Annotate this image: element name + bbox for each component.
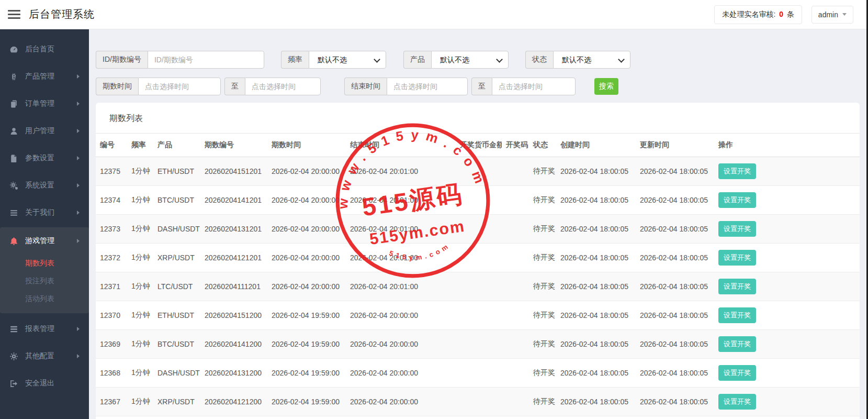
end-time-end-group: 至 xyxy=(471,78,576,95)
table-cell: 2026-02-04 18:00:05 xyxy=(556,157,636,186)
sidebar-item-other[interactable]: 其他配置 xyxy=(0,343,89,370)
topbar: 后台管理系统 未处理实名审核: 0 条 admin xyxy=(0,0,868,29)
table-cell: 2026-02-04 20:00:00 xyxy=(346,388,456,416)
table-cell: 2026-02-04 18:00:05 xyxy=(636,388,714,416)
table-cell: ETH/USDT xyxy=(153,301,200,330)
search-button[interactable]: 搜索 xyxy=(594,78,618,95)
set-lottery-button[interactable]: 设置开奖 xyxy=(718,221,756,237)
chevron-right-icon xyxy=(77,354,80,358)
table-row: 123751分钟ETH/USDT202602041512012026-02-04… xyxy=(96,157,860,186)
end-time-label: 结束时间 xyxy=(344,78,387,95)
table-cell: 1分钟 xyxy=(127,157,153,186)
product-select[interactable]: 默认不选 xyxy=(431,51,509,69)
chevron-right-icon xyxy=(77,211,80,215)
chevron-down-icon xyxy=(842,13,847,16)
table-row: 123661分钟LTC/USDT202602041112002026-02-04… xyxy=(96,416,860,419)
filter-row-2: 期数时间 至 结束时间 至 搜索 xyxy=(96,78,860,95)
sidebar-item-params[interactable]: 参数设置 xyxy=(0,145,89,172)
set-lottery-button[interactable]: 设置开奖 xyxy=(718,307,756,323)
table-cell: 2026-02-04 18:00:05 xyxy=(556,244,636,272)
table-cell: 2026-02-04 18:00:05 xyxy=(556,359,636,388)
set-lottery-button[interactable]: 设置开奖 xyxy=(718,365,756,381)
sidebar-item-users[interactable]: 用户管理 xyxy=(0,117,89,145)
set-lottery-button[interactable]: 设置开奖 xyxy=(718,336,756,352)
table-cell: 20260204121201 xyxy=(200,244,267,272)
pending-review-label: 未处理实名审核: xyxy=(722,10,775,18)
sidebar-item-games[interactable]: 游戏管理 xyxy=(0,227,89,255)
table-cell: 12370 xyxy=(96,301,127,330)
set-lottery-button[interactable]: 设置开奖 xyxy=(718,394,756,410)
table-cell: 2026-02-04 18:00:05 xyxy=(636,186,714,215)
menu-icon[interactable] xyxy=(8,8,20,21)
table-cell: 2026-02-04 18:00:05 xyxy=(556,416,636,419)
end-time-start-input[interactable] xyxy=(387,78,468,95)
end-time-to-label: 至 xyxy=(471,78,492,95)
column-header: 产品 xyxy=(153,134,200,157)
set-lottery-button[interactable]: 设置开奖 xyxy=(718,279,756,294)
sidebar-group-games: 游戏管理期数列表投注列表活动列表 xyxy=(0,227,89,313)
table-cell-action: 设置开奖 xyxy=(714,186,860,215)
table-cell xyxy=(456,272,502,301)
column-header: 结束时间 xyxy=(346,134,456,157)
sidebar-item-products[interactable]: 产品管理 xyxy=(0,63,89,90)
table-cell: 1分钟 xyxy=(127,215,153,244)
issue-time-end-input[interactable] xyxy=(245,78,321,95)
table-cell: 2026-02-04 20:00:00 xyxy=(267,215,346,244)
table-cell: 1分钟 xyxy=(127,272,153,301)
table-cell: 12371 xyxy=(96,272,127,301)
sidebar-item-label: 订单管理 xyxy=(25,99,54,108)
column-header: 期数编号 xyxy=(200,134,267,157)
pending-review-count: 0 xyxy=(779,10,783,18)
table-cell: 2026-02-04 18:00:05 xyxy=(636,330,714,359)
set-lottery-button[interactable]: 设置开奖 xyxy=(718,163,756,179)
table-cell: 2026-02-04 19:59:00 xyxy=(267,416,346,419)
sidebar-subitem-activities[interactable]: 活动列表 xyxy=(0,290,89,308)
table-cell: 2026-02-04 18:00:05 xyxy=(636,215,714,244)
table-row: 123691分钟BTC/USDT202602041412002026-02-04… xyxy=(96,330,860,359)
table-cell xyxy=(502,388,529,416)
chevron-right-icon xyxy=(77,102,80,106)
user-menu[interactable]: admin xyxy=(811,6,853,24)
table-cell: 12367 xyxy=(96,388,127,416)
table-cell: 12374 xyxy=(96,186,127,215)
table-cell: 待开奖 xyxy=(529,215,556,244)
table-cell: 2026-02-04 18:00:05 xyxy=(556,301,636,330)
table-cell: 20260204141200 xyxy=(200,330,267,359)
report-icon xyxy=(9,325,18,334)
table-cell xyxy=(456,244,502,272)
set-lottery-button[interactable]: 设置开奖 xyxy=(718,192,756,208)
sidebar-subitem-issues[interactable]: 期数列表 xyxy=(0,255,89,272)
column-header: 频率 xyxy=(127,134,153,157)
issues-table: 编号频率产品期数编号期数时间结束时间开奖货币金额开奖码状态创建时间更新时间操作 … xyxy=(96,133,860,419)
status-select[interactable]: 默认不选 xyxy=(553,51,630,69)
sidebar-item-about[interactable]: 关于我们 xyxy=(0,199,89,226)
table-cell: LTC/USDT xyxy=(153,272,200,301)
column-header: 期数时间 xyxy=(267,134,346,157)
sidebar-subitem-bets[interactable]: 投注列表 xyxy=(0,272,89,290)
sidebar-item-home[interactable]: 后台首页 xyxy=(0,36,89,63)
table-cell: 12368 xyxy=(96,359,127,388)
table-cell: 2026-02-04 18:00:05 xyxy=(636,272,714,301)
frequency-select[interactable]: 默认不选 xyxy=(309,51,386,69)
end-time-end-input[interactable] xyxy=(492,78,576,95)
id-filter-input[interactable] xyxy=(148,51,264,69)
sidebar-item-orders[interactable]: 订单管理 xyxy=(0,90,89,117)
issue-list-card: 期数列表 编号频率产品期数编号期数时间结束时间开奖货币金额开奖码状态创建时间更新… xyxy=(96,103,860,419)
table-cell: 1分钟 xyxy=(127,359,153,388)
sidebar-item-logout[interactable]: 安全退出 xyxy=(0,370,89,397)
sidebar-item-system[interactable]: 系统设置 xyxy=(0,172,89,199)
table-cell xyxy=(502,215,529,244)
pending-review-badge[interactable]: 未处理实名审核: 0 条 xyxy=(714,5,802,24)
table-cell: 12372 xyxy=(96,244,127,272)
table-row: 123721分钟XRP/USDT202602041212012026-02-04… xyxy=(96,244,860,272)
table-cell-action: 设置开奖 xyxy=(714,301,860,330)
issue-time-start-input[interactable] xyxy=(138,78,221,95)
table-cell xyxy=(502,272,529,301)
sidebar-item-reports[interactable]: 报表管理 xyxy=(0,315,89,343)
set-lottery-button[interactable]: 设置开奖 xyxy=(718,250,756,266)
column-header: 开奖货币金额 xyxy=(456,134,502,157)
table-cell: 待开奖 xyxy=(529,388,556,416)
sidebar-item-label: 其他配置 xyxy=(25,351,54,361)
app-title: 后台管理系统 xyxy=(29,7,95,21)
status-filter-group: 状态 默认不选 xyxy=(525,51,630,69)
